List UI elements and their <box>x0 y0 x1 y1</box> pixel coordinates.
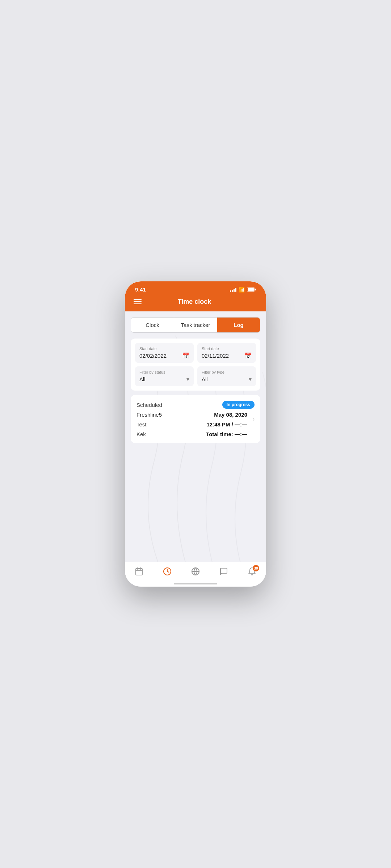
calendar-icon-1: 📅 <box>182 352 189 359</box>
home-indicator <box>174 583 217 584</box>
log-type-label: Scheduled <box>136 402 162 408</box>
chevron-down-icon-type: ▾ <box>249 376 252 383</box>
hamburger-button[interactable] <box>132 298 143 306</box>
log-date: May 08, 2020 <box>206 412 247 418</box>
start-date-1-field[interactable]: Start date 02/02/2022 📅 <box>135 343 194 363</box>
calendar-nav-icon <box>135 567 143 578</box>
start-date-2-value-row: 02/11/2022 📅 <box>202 352 252 359</box>
filter-type-value: All <box>202 376 208 382</box>
tab-log[interactable]: Log <box>217 318 260 332</box>
hamburger-icon <box>134 303 142 304</box>
filter-type-field[interactable]: Filter by type All ▾ <box>197 366 256 386</box>
main-content: Clock Task tracker Log Start date 02/02/… <box>125 311 266 587</box>
svg-rect-0 <box>136 569 142 575</box>
start-date-2-field[interactable]: Start date 02/11/2022 📅 <box>197 343 256 363</box>
start-date-1-value-row: 02/02/2022 📅 <box>139 352 189 359</box>
hamburger-icon <box>134 301 142 302</box>
log-entry-card[interactable]: Scheduled In progress Freshline5 Test Ke… <box>131 395 260 443</box>
start-date-2-value: 02/11/2022 <box>202 353 229 359</box>
status-type-filter-row: Filter by status All ▾ Filter by type Al… <box>135 366 256 386</box>
tab-clock[interactable]: Clock <box>131 318 174 332</box>
clock-nav-icon <box>163 567 172 578</box>
filter-status-dropdown: All ▾ <box>139 376 189 383</box>
log-left-col: Freshline5 Test Kek <box>136 412 162 437</box>
status-time: 9:41 <box>135 286 146 293</box>
calendar-icon-2: 📅 <box>244 352 252 359</box>
wifi-icon: 📶 <box>239 287 245 293</box>
log-kek-label: Kek <box>136 431 162 437</box>
filter-status-field[interactable]: Filter by status All ▾ <box>135 366 194 386</box>
hamburger-icon <box>134 299 142 300</box>
filter-type-dropdown: All ▾ <box>202 376 252 383</box>
battery-icon <box>247 288 256 292</box>
tab-bar: Clock Task tracker Log <box>131 317 260 333</box>
log-details-row: Freshline5 Test Kek May 08, 2020 12:48 P… <box>136 412 255 437</box>
tab-task-tracker[interactable]: Task tracker <box>174 318 217 332</box>
filter-status-value: All <box>139 376 146 382</box>
bottom-nav-globe[interactable] <box>185 566 206 579</box>
nav-bar: Time clock <box>132 295 259 311</box>
log-time: 12:48 PM / —:— <box>206 421 247 427</box>
page-title: Time clock <box>143 298 246 306</box>
chevron-right-icon: › <box>253 416 255 422</box>
chat-nav-icon <box>219 567 228 578</box>
in-progress-badge: In progress <box>222 401 255 409</box>
log-right-col: May 08, 2020 12:48 PM / —:— Total time: … <box>206 412 255 437</box>
start-date-2-label: Start date <box>202 346 252 351</box>
bottom-nav-clock[interactable] <box>157 566 177 579</box>
filter-type-label: Filter by type <box>202 370 252 374</box>
globe-nav-icon <box>191 567 200 578</box>
signal-icon <box>230 288 236 292</box>
start-date-1-value: 02/02/2022 <box>139 353 167 359</box>
app-header: 9:41 📶 <box>125 281 266 311</box>
status-icons: 📶 <box>230 287 256 293</box>
status-bar: 9:41 📶 <box>132 281 259 295</box>
log-header-row: Scheduled In progress <box>136 401 255 409</box>
chevron-down-icon-status: ▾ <box>186 376 189 383</box>
log-total-time: Total time: —:— <box>206 431 247 437</box>
notification-badge: 30 <box>253 565 259 571</box>
filters-section: Start date 02/02/2022 📅 Start date 02/11… <box>131 339 260 391</box>
date-filter-row: Start date 02/02/2022 📅 Start date 02/11… <box>135 343 256 363</box>
bottom-nav-bell[interactable]: 30 <box>242 566 262 579</box>
log-name: Freshline5 <box>136 412 162 418</box>
start-date-1-label: Start date <box>139 346 189 351</box>
bottom-nav-chat[interactable] <box>214 566 234 579</box>
filter-status-label: Filter by status <box>139 370 189 374</box>
log-test-label: Test <box>136 421 162 427</box>
bottom-nav-calendar[interactable] <box>129 566 149 579</box>
